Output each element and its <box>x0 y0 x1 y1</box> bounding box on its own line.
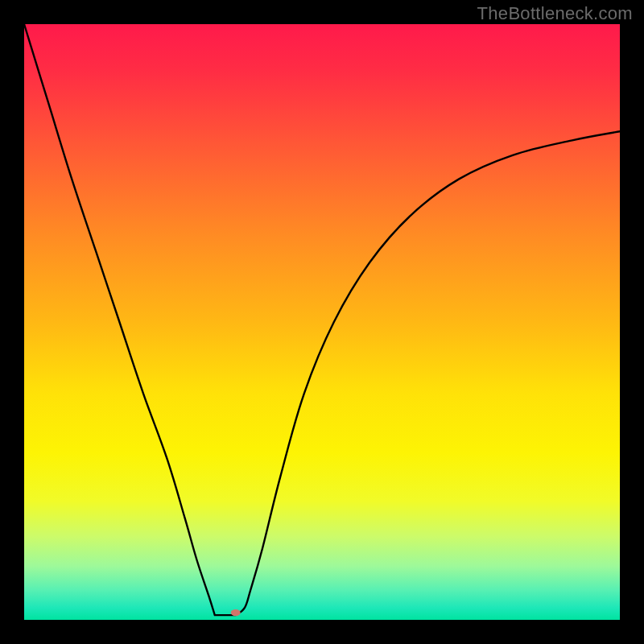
watermark-text: TheBottleneck.com <box>477 3 633 24</box>
chart-frame: TheBottleneck.com <box>0 0 644 644</box>
bottleneck-chart <box>24 24 620 620</box>
plot-area <box>24 24 620 620</box>
gradient-background <box>24 24 620 620</box>
minimum-marker <box>231 609 241 616</box>
